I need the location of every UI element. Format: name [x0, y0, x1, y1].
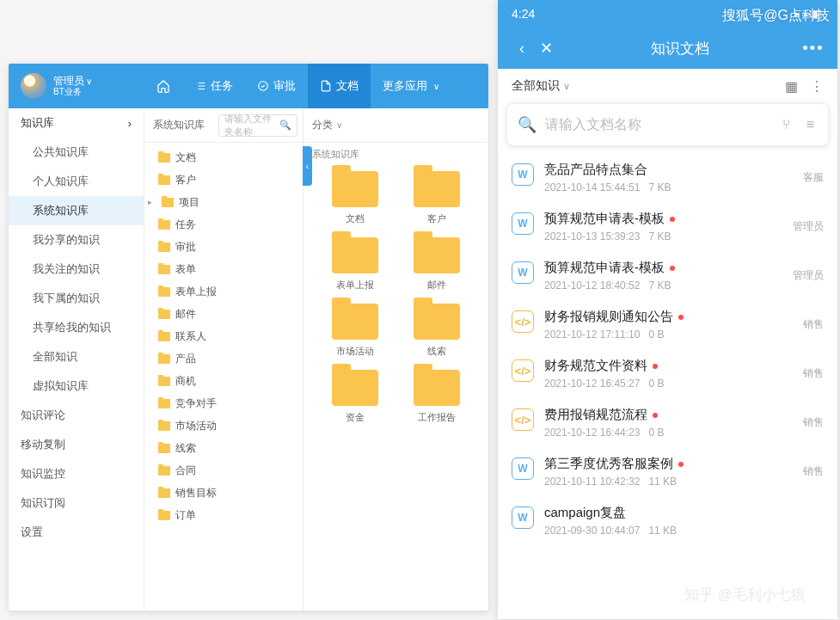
- sidebar-section[interactable]: 设置: [9, 518, 144, 547]
- tree-item[interactable]: 表单上报: [144, 280, 303, 303]
- tree-item[interactable]: ▸项目: [144, 191, 303, 213]
- item-title: 预算规范申请表-模板: [544, 260, 782, 276]
- list-item[interactable]: W预算规范申请表-模板2021-10-13 15:39:237 KB管理员: [498, 202, 837, 251]
- item-title: 预算规范申请表-模板: [544, 211, 782, 227]
- tree-item[interactable]: 销售目标: [144, 482, 303, 504]
- sidebar-section[interactable]: 知识监控: [9, 459, 144, 488]
- sidebar-item[interactable]: 共享给我的知识: [9, 313, 144, 342]
- tree-item[interactable]: 文档: [144, 146, 303, 169]
- tree-title: 系统知识库: [144, 118, 213, 132]
- nav-home[interactable]: [144, 64, 182, 108]
- tree-item-label: 项目: [179, 195, 199, 210]
- tree-item[interactable]: 市场活动: [144, 414, 303, 437]
- word-doc-icon: W: [512, 212, 534, 235]
- nav-docs-label: 文档: [336, 78, 359, 94]
- sidebar-section[interactable]: 移动复制: [9, 430, 144, 459]
- item-title: 第三季度优秀客服案例: [544, 456, 793, 472]
- folder-cell[interactable]: 表单上报: [319, 237, 392, 292]
- sidebar-item[interactable]: 虚拟知识库: [9, 371, 144, 401]
- list-item[interactable]: Wcampaign复盘2021-09-30 10:44:0711 KB: [498, 496, 837, 545]
- list-item[interactable]: W第三季度优秀客服案例2021-10-11 10:42:3211 KB销售: [498, 447, 837, 496]
- sidebar-item[interactable]: 我下属的知识: [9, 284, 144, 313]
- folder-cell[interactable]: 客户: [401, 171, 474, 225]
- unread-dot-icon: [653, 364, 658, 369]
- search-icon: 🔍: [518, 115, 536, 134]
- grid-view-icon[interactable]: ▦: [785, 78, 798, 95]
- sidebar-item[interactable]: 系统知识库: [9, 196, 144, 225]
- folder-cell[interactable]: 邮件: [401, 237, 474, 292]
- sidebar-item[interactable]: 我关注的知识: [9, 255, 144, 284]
- sidebar-item[interactable]: 个人知识库: [9, 167, 144, 196]
- word-doc-icon: W: [512, 261, 534, 284]
- nav-more[interactable]: 更多应用 ∨: [371, 64, 451, 108]
- filter-icon[interactable]: ⑂: [779, 117, 794, 132]
- item-meta: 2021-10-12 16:45:270 B: [544, 378, 793, 390]
- tree-item[interactable]: 订单: [144, 504, 303, 526]
- sidebar-item[interactable]: 公共知识库: [9, 138, 144, 167]
- tree-item[interactable]: 线索: [144, 437, 303, 459]
- folder-cell[interactable]: 线索: [401, 304, 474, 358]
- folder-cell[interactable]: 文档: [319, 171, 392, 225]
- filter-bar[interactable]: 全部知识 ∨ ▦ ⋮: [498, 69, 837, 103]
- sort-icon[interactable]: ≡: [803, 117, 818, 132]
- item-meta: 2021-10-11 10:42:3211 KB: [544, 476, 793, 488]
- sidebar-section[interactable]: 知识订阅: [9, 488, 144, 518]
- collapse-handle[interactable]: ‹: [303, 146, 312, 186]
- tree-item[interactable]: 联系人: [144, 325, 303, 347]
- folder-icon: [162, 198, 174, 207]
- more-icon[interactable]: •••: [801, 40, 825, 58]
- tree-item[interactable]: 合同: [144, 459, 303, 482]
- menu-icon[interactable]: ⋮: [810, 78, 824, 95]
- folder-cell[interactable]: 工作报告: [401, 370, 474, 424]
- tree-item[interactable]: 商机: [144, 370, 303, 392]
- sidebar-header[interactable]: 知识库 ›: [9, 108, 144, 138]
- close-icon[interactable]: ✕: [534, 39, 558, 58]
- mobile-search[interactable]: 🔍 请输入文档名称 ⑂ ≡: [506, 103, 829, 146]
- tree-item-label: 产品: [175, 352, 196, 366]
- sidebar: 知识库 › 公共知识库个人知识库系统知识库我分享的知识我关注的知识我下属的知识共…: [9, 108, 144, 611]
- tree-item[interactable]: 表单: [144, 258, 303, 280]
- list-item[interactable]: W预算规范申请表-模板2021-10-12 18:40:527 KB管理员: [498, 251, 837, 300]
- sidebar-item[interactable]: 我分享的知识: [9, 225, 144, 255]
- mobile-header: ‹ ✕ 知识文档 •••: [498, 28, 837, 69]
- nav-tasks[interactable]: 任务: [182, 64, 245, 108]
- list-item[interactable]: </>费用报销规范流程2021-10-12 16:44:230 B销售: [498, 398, 837, 447]
- tree-item[interactable]: 任务: [144, 213, 303, 236]
- tree-item[interactable]: 邮件: [144, 303, 303, 325]
- list-item[interactable]: </>财务规范文件资料2021-10-12 16:45:270 B销售: [498, 349, 837, 398]
- folder-icon: [158, 511, 170, 520]
- folder-icon: [158, 399, 170, 408]
- item-meta: 2021-10-14 15:44:517 KB: [544, 181, 793, 193]
- tree-item[interactable]: 竞争对手: [144, 392, 303, 414]
- sidebar-section[interactable]: 知识评论: [9, 401, 144, 430]
- folder-icon: [158, 488, 170, 498]
- list-item[interactable]: </>财务报销规则通知公告2021-10-12 17:11:100 B销售: [498, 300, 837, 349]
- tree-search[interactable]: 请输入文件夹名称 🔍: [218, 114, 297, 137]
- tree-item[interactable]: 客户: [144, 169, 303, 191]
- sidebar-item[interactable]: 全部知识: [9, 342, 144, 371]
- item-owner: 销售: [803, 464, 824, 479]
- watermark-top: 搜狐号@G点科技: [722, 7, 830, 25]
- grid-header[interactable]: 分类 ∨: [304, 108, 488, 143]
- nav-docs[interactable]: 文档: [308, 64, 371, 108]
- unread-dot-icon: [670, 266, 675, 271]
- document-icon: [320, 80, 332, 92]
- folder-label: 邮件: [427, 279, 446, 292]
- tree-item[interactable]: 审批: [144, 236, 303, 258]
- folder-cell[interactable]: 资金: [319, 370, 392, 424]
- tree-item[interactable]: 产品: [144, 347, 303, 370]
- folder-icon: [332, 304, 378, 340]
- grid-category-label: 分类: [312, 118, 333, 132]
- search-placeholder: 请输入文档名称: [545, 116, 770, 134]
- back-icon[interactable]: ‹: [510, 40, 534, 58]
- nav-approval[interactable]: 审批: [245, 64, 308, 108]
- tree-item-label: 订单: [175, 508, 196, 523]
- avatar: [21, 73, 46, 99]
- folder-icon: [414, 370, 460, 406]
- list-item[interactable]: W竞品产品特点集合2021-10-14 15:44:517 KB客服: [498, 153, 837, 202]
- folder-icon: [158, 242, 170, 252]
- folder-cell[interactable]: 市场活动: [319, 304, 392, 358]
- item-title: 费用报销规范流程: [544, 407, 793, 423]
- folder-label: 客户: [427, 212, 446, 225]
- user-block[interactable]: 管理员∨ BT业务: [9, 73, 144, 99]
